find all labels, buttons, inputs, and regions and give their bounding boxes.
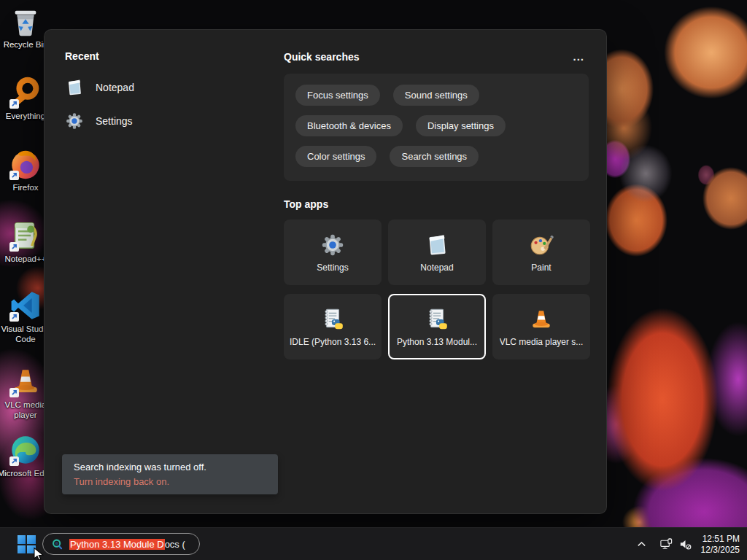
selected-query-text: Python 3.13 Module D [69, 539, 165, 550]
system-tray: 12:51 PM 12/3/2025 [632, 528, 747, 560]
gear-icon [320, 233, 345, 257]
top-apps-grid: Settings Notepad Paint IDLE (Python 3.13… [284, 219, 590, 359]
recent-item-settings[interactable]: Settings [65, 112, 269, 131]
top-app-tile-notepad[interactable]: Notepad [388, 219, 486, 285]
network-icon [659, 537, 673, 551]
recent-item-notepad[interactable]: Notepad [65, 78, 269, 97]
indexing-notice: Search indexing was turned off. Turn ind… [62, 454, 278, 494]
vlc-cone-icon [9, 365, 42, 398]
gear-icon [65, 112, 84, 131]
firefox-icon [9, 147, 42, 181]
start-button[interactable] [12, 533, 41, 556]
network-tray-button[interactable] [657, 534, 676, 555]
top-app-label: VLC media player s... [500, 337, 584, 347]
recent-section: Recent Notepad Settings [65, 50, 269, 131]
vscode-icon [9, 289, 42, 322]
time-label: 12:51 PM [701, 534, 740, 545]
quick-search-pill-color-settings[interactable]: Color settings [295, 146, 376, 167]
search-icon [51, 538, 63, 551]
top-app-label: Paint [531, 262, 551, 273]
search-flyout-panel: Recent Notepad Settings Quick searches .… [44, 29, 607, 514]
python-doc-icon [320, 307, 345, 332]
taskbar: Python 3.13 Module Docs ( 12:51 PM 12/3/… [0, 527, 747, 560]
clock[interactable]: 12:51 PM 12/3/2025 [701, 534, 740, 556]
top-app-tile-paint[interactable]: Paint [492, 219, 590, 285]
recent-item-label: Notepad [96, 82, 134, 93]
top-app-label: Settings [317, 262, 348, 273]
unselected-query-text: ocs ( [165, 539, 185, 550]
recent-item-label: Settings [96, 115, 133, 127]
windows-logo-icon [18, 535, 36, 553]
shortcut-arrow-icon [9, 312, 19, 322]
top-apps-title: Top apps [284, 198, 328, 210]
notepad-icon [425, 233, 449, 257]
quick-search-pill-bluetooth-devices[interactable]: Bluetooth & devices [295, 115, 403, 136]
paint-icon [529, 233, 554, 257]
top-app-tile-idle-python[interactable]: IDLE (Python 3.13 6... [284, 294, 382, 359]
quick-search-pill-focus-settings[interactable]: Focus settings [295, 85, 380, 106]
quick-searches-title: Quick searches [284, 51, 360, 63]
top-app-tile-vlc[interactable]: VLC media player s... [492, 294, 590, 359]
search-query-text: Python 3.13 Module Docs ( [69, 539, 185, 550]
notepad-icon [65, 78, 84, 97]
python-doc-icon [425, 307, 449, 332]
top-app-tile-python-module-docs[interactable]: Python 3.13 Modul... [388, 294, 486, 359]
quick-search-pill-search-settings[interactable]: Search settings [390, 146, 479, 167]
recycle-bin-icon [9, 4, 42, 38]
quick-search-pill-sound-settings[interactable]: Sound settings [393, 85, 479, 106]
top-app-tile-settings[interactable]: Settings [284, 219, 382, 285]
top-app-label: IDLE (Python 3.13 6... [290, 337, 376, 347]
recent-title: Recent [65, 50, 269, 62]
vlc-cone-icon [529, 307, 554, 332]
volume-muted-icon [678, 537, 692, 551]
taskbar-search-input[interactable]: Python 3.13 Module Docs ( [42, 533, 200, 555]
shortcut-arrow-icon [9, 242, 19, 252]
quick-search-pill-display-settings[interactable]: Display settings [416, 115, 506, 136]
volume-tray-button[interactable] [676, 534, 695, 555]
quick-searches-card: Focus settings Sound settings Bluetooth … [284, 74, 589, 181]
more-options-button[interactable]: ... [568, 50, 589, 63]
notepad-plus-plus-icon [9, 219, 42, 252]
date-label: 12/3/2025 [701, 545, 740, 556]
top-app-label: Python 3.13 Modul... [397, 337, 477, 347]
turn-indexing-on-link[interactable]: Turn indexing back on. [74, 476, 266, 487]
quick-searches-header: Quick searches ... [284, 50, 589, 63]
shortcut-arrow-icon [9, 388, 19, 397]
edge-icon [9, 433, 42, 467]
hidden-icons-chevron-button[interactable] [632, 534, 651, 555]
top-app-label: Notepad [420, 262, 453, 273]
shortcut-arrow-icon [9, 171, 19, 180]
chevron-up-icon [636, 539, 647, 550]
shortcut-arrow-icon [9, 456, 19, 466]
everything-search-icon [9, 76, 42, 109]
indexing-notice-message: Search indexing was turned off. [74, 462, 266, 472]
shortcut-arrow-icon [9, 99, 19, 109]
